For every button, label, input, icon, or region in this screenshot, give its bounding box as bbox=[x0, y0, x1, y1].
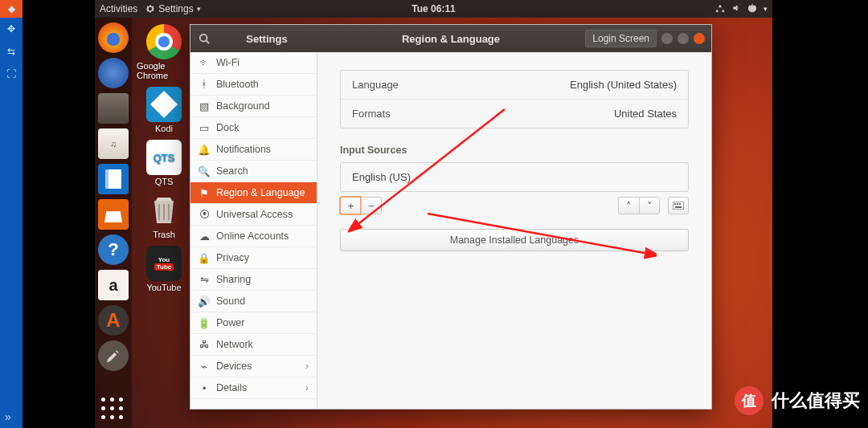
search-icon bbox=[199, 33, 210, 44]
formats-label: Formats bbox=[352, 108, 391, 120]
bell-icon: 🔔 bbox=[199, 144, 210, 155]
minimize-button[interactable] bbox=[661, 33, 673, 44]
desktop-icon-youtube[interactable]: You Tube YouTube bbox=[137, 246, 191, 292]
sidebar-item-power[interactable]: 🔋Power bbox=[190, 312, 317, 334]
watermark: 值 什么值得买 bbox=[735, 386, 860, 415]
svg-point-0 bbox=[200, 35, 207, 42]
sidebar-item-devices[interactable]: ⌁Devices› bbox=[190, 356, 317, 377]
devices-icon: ⌁ bbox=[199, 361, 210, 372]
dock-amazon[interactable]: a bbox=[98, 270, 129, 300]
dock-firefox[interactable] bbox=[98, 22, 129, 53]
sidebar-label: Dock bbox=[216, 122, 239, 133]
apps-grid-button[interactable] bbox=[101, 397, 125, 422]
gear-icon bbox=[145, 4, 155, 14]
content-pane: Language English (United States) Formats… bbox=[317, 52, 711, 409]
settings-sidebar: ᯤWi-Fi ᚼBluetooth ▧Background ▭Dock 🔔Not… bbox=[190, 52, 317, 409]
host-tool-icon-1[interactable]: ✥ bbox=[0, 18, 23, 40]
battery-icon: 🔋 bbox=[199, 317, 210, 328]
manage-installed-languages-button[interactable]: Manage Installed Languages bbox=[340, 229, 689, 251]
move-up-button[interactable]: ˄ bbox=[618, 197, 639, 214]
sidebar-item-sharing[interactable]: ⇋Sharing bbox=[190, 269, 317, 291]
sidebar-label: Bluetooth bbox=[216, 79, 259, 90]
desktop-icon-qts[interactable]: QTS QTS bbox=[137, 140, 191, 186]
sidebar-item-privacy[interactable]: 🔒Privacy bbox=[190, 247, 317, 269]
host-tool-icon-2[interactable]: ⇆ bbox=[0, 40, 23, 63]
volume-icon[interactable] bbox=[731, 3, 741, 15]
sidebar-title: Settings bbox=[218, 33, 316, 45]
sidebar-item-online-accounts[interactable]: ☁Online Accounts bbox=[190, 226, 317, 247]
language-row[interactable]: Language English (United States) bbox=[341, 71, 688, 99]
dock-updater[interactable]: A bbox=[98, 305, 129, 336]
network-icon: 🖧 bbox=[199, 339, 210, 350]
remove-input-source-button[interactable]: − bbox=[361, 197, 382, 214]
dock-icon: ▭ bbox=[199, 122, 210, 133]
search-button[interactable] bbox=[190, 25, 218, 52]
dock-rhythmbox[interactable]: ♫ bbox=[98, 128, 129, 159]
details-icon: ▪ bbox=[199, 382, 210, 393]
formats-row[interactable]: Formats United States bbox=[341, 99, 688, 128]
sidebar-item-wifi[interactable]: ᯤWi-Fi bbox=[190, 52, 317, 74]
network-icon[interactable] bbox=[715, 3, 725, 15]
add-input-source-button[interactable]: + bbox=[340, 197, 361, 214]
icon-label: YouTube bbox=[146, 283, 181, 292]
cloud-icon: ☁ bbox=[199, 230, 210, 242]
dock-libreoffice[interactable] bbox=[98, 164, 129, 194]
dock-thunderbird[interactable] bbox=[98, 58, 129, 88]
chevron-right-icon: › bbox=[305, 382, 309, 393]
input-source-item[interactable]: English (US) bbox=[341, 163, 688, 191]
clock[interactable]: Tue 06:11 bbox=[411, 3, 455, 14]
dock-help[interactable]: ? bbox=[98, 234, 129, 265]
desktop-icon-trash[interactable]: Trash bbox=[137, 193, 191, 239]
sidebar-label: Universal Access bbox=[216, 209, 293, 220]
sidebar-label: Wi-Fi bbox=[216, 57, 240, 68]
host-expand-icon[interactable]: » bbox=[5, 410, 11, 423]
language-value: English (United States) bbox=[570, 79, 677, 91]
sidebar-item-sound[interactable]: 🔊Sound bbox=[190, 291, 317, 312]
desktop-icon-kodi[interactable]: Kodi bbox=[137, 87, 191, 133]
sidebar-item-background[interactable]: ▧Background bbox=[190, 96, 317, 117]
activities-button[interactable]: Activities bbox=[100, 3, 137, 14]
sidebar-item-notifications[interactable]: 🔔Notifications bbox=[190, 139, 317, 161]
sidebar-label: Region & Language bbox=[216, 187, 305, 198]
bluetooth-icon: ᚼ bbox=[199, 79, 210, 90]
chevron-right-icon: › bbox=[305, 361, 309, 372]
gnome-top-bar: Activities Settings ▾ Tue 06:11 ▾ bbox=[95, 0, 772, 18]
sidebar-item-search[interactable]: 🔍Search bbox=[190, 161, 317, 182]
sidebar-item-universal-access[interactable]: ⦿Universal Access bbox=[190, 204, 317, 226]
desktop-icon-chrome[interactable]: Google Chrome bbox=[137, 24, 191, 80]
power-icon[interactable] bbox=[747, 3, 757, 15]
sidebar-item-bluetooth[interactable]: ᚼBluetooth bbox=[190, 74, 317, 96]
sidebar-item-details[interactable]: ▪Details› bbox=[190, 377, 317, 399]
keyboard-layout-button[interactable] bbox=[668, 197, 689, 214]
dock-settings[interactable] bbox=[98, 340, 129, 371]
sidebar-label: Notifications bbox=[216, 144, 271, 155]
svg-rect-3 bbox=[677, 203, 678, 205]
host-logo-icon[interactable]: ◆ bbox=[0, 0, 23, 18]
locale-group: Language English (United States) Formats… bbox=[340, 70, 689, 128]
dock-files[interactable] bbox=[98, 93, 129, 124]
move-down-button[interactable]: ˅ bbox=[639, 197, 660, 214]
window-titlebar: Settings Region & Language Login Screen bbox=[190, 25, 711, 52]
svg-rect-2 bbox=[674, 203, 676, 205]
watermark-badge: 值 bbox=[735, 386, 764, 415]
login-screen-button[interactable]: Login Screen bbox=[585, 30, 657, 47]
sidebar-label: Details bbox=[216, 382, 247, 393]
sidebar-label: Power bbox=[216, 317, 244, 328]
desktop-icons: Google Chrome Kodi QTS QTS Trash You Tub… bbox=[137, 24, 191, 292]
speaker-icon: 🔊 bbox=[199, 296, 210, 307]
host-fullscreen-icon[interactable]: ⛶ bbox=[0, 63, 23, 85]
close-button[interactable] bbox=[694, 33, 705, 44]
dock-software[interactable] bbox=[98, 199, 129, 230]
app-menu[interactable]: Settings ▾ bbox=[145, 3, 200, 14]
maximize-button[interactable] bbox=[678, 33, 689, 44]
sidebar-item-network[interactable]: 🖧Network bbox=[190, 334, 317, 356]
sidebar-label: Online Accounts bbox=[216, 230, 289, 242]
lock-icon: 🔒 bbox=[199, 252, 210, 263]
svg-rect-4 bbox=[679, 203, 681, 205]
system-menu-chevron-icon[interactable]: ▾ bbox=[764, 5, 768, 13]
icon-label: Kodi bbox=[155, 124, 173, 133]
language-label: Language bbox=[352, 79, 399, 91]
sidebar-item-region-language[interactable]: ⚑Region & Language bbox=[190, 182, 317, 204]
sidebar-item-dock[interactable]: ▭Dock bbox=[190, 117, 317, 139]
sidebar-label: Sharing bbox=[216, 274, 251, 285]
